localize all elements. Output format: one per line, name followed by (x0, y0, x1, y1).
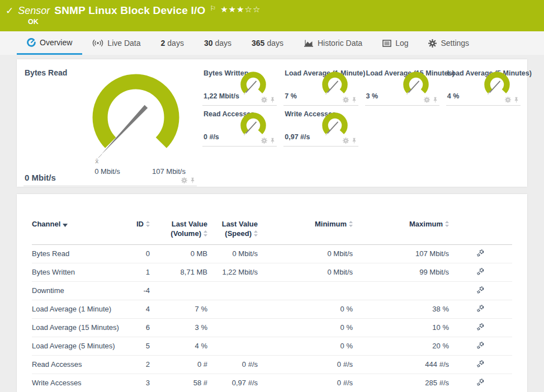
tab-label: days (267, 39, 283, 48)
edit-channel-gears-icon[interactable] (476, 378, 485, 386)
minimum-value: 0 % (258, 318, 353, 337)
edit-channel-gears-icon[interactable] (476, 341, 485, 350)
edit-channel-gears-icon[interactable] (476, 286, 485, 294)
gauge-pin-icon[interactable] (351, 138, 357, 144)
edit-channel-gears-icon[interactable] (476, 360, 485, 368)
table-row: Read Accesses 2 0 # 0 #/s 0 #/s 444 #/s (32, 355, 512, 374)
mini-gauge (482, 71, 512, 100)
last-value-speed (207, 337, 258, 355)
gauge-pin-icon[interactable] (190, 177, 196, 183)
priority-stars[interactable]: ★★★☆☆ (220, 4, 261, 15)
minimum-value (258, 281, 353, 300)
channel-table: Channel ID Last Value(Volume) Last Value… (32, 218, 512, 392)
primary-gauge-cell: Bytes Read x̄ 0 Mbit/s 107 Mbit/s 0 Mbit… (23, 65, 197, 186)
sort-icon (349, 220, 353, 230)
last-value-volume: 0 MB (150, 244, 207, 263)
mini-gauge-value: 0,97 #/s (285, 133, 310, 141)
mini-gauge-value: 1,22 Mbit/s (204, 92, 239, 100)
sort-icon (254, 230, 258, 239)
mini-gauge-cell: Load Average (5 Minutes) 4 % (446, 65, 521, 106)
column-header-channel[interactable]: Channel (32, 218, 121, 244)
tab-live-data[interactable]: Live Data (82, 31, 150, 55)
gauge-pin-icon[interactable] (269, 97, 276, 103)
minimum-value: 0 % (258, 337, 353, 355)
sort-icon (445, 220, 449, 230)
maximum-value: 99 Mbit/s (353, 263, 449, 281)
tab-overview[interactable]: Overview (17, 31, 82, 55)
mini-gauge-value: 7 % (285, 92, 297, 100)
sort-icon (146, 220, 150, 230)
channel-id: 5 (121, 337, 150, 355)
last-value-volume: 8,71 MB (150, 263, 207, 281)
minimum-value: 0 Mbit/s (258, 244, 353, 263)
gauge-scale-min: 0 Mbit/s (81, 167, 134, 176)
sensor-type-label: Sensor (18, 5, 50, 17)
channel-id: -4 (121, 281, 150, 300)
column-header-minimum[interactable]: Minimum (258, 218, 353, 244)
channel-name: Load Average (5 Minutes) (32, 337, 121, 355)
tab-log[interactable]: Log (372, 31, 418, 55)
last-value-speed: 0 Mbit/s (207, 244, 258, 263)
tab-label: Overview (40, 38, 72, 47)
gauges-panel: Bytes Read x̄ 0 Mbit/s 107 Mbit/s 0 Mbit… (17, 59, 527, 187)
gauge-settings-gear-icon[interactable] (343, 97, 349, 103)
mini-gauge-grid: Bytes Written 1,22 Mbit/s Load Average (… (202, 65, 521, 181)
column-header-last-value-speed[interactable]: Last Value(Speed) (207, 218, 258, 244)
tab-label: Log (395, 39, 408, 48)
column-header-id[interactable]: ID (121, 218, 150, 244)
table-row: Downtime -4 (32, 281, 512, 300)
edit-channel-gears-icon[interactable] (476, 304, 485, 313)
gauge-settings-gear-icon[interactable] (181, 177, 187, 183)
column-header-last-value-volume[interactable]: Last Value(Volume) (150, 218, 207, 244)
gauge-pin-icon[interactable] (269, 138, 276, 144)
gauge-scale-max: 107 Mbit/s (142, 167, 196, 176)
gauge-settings-gear-icon[interactable] (261, 97, 267, 103)
last-value-speed: 0,97 #/s (207, 374, 258, 392)
flag-icon[interactable]: ⚐ (210, 4, 216, 12)
gauge-settings-gear-icon[interactable] (424, 97, 430, 103)
channel-name: Bytes Written (32, 263, 121, 281)
table-row: Write Accesses 3 58 # 0,97 #/s 0 #/s 285… (32, 374, 512, 392)
mini-gauge-cell: Load Average (15 Minutes) 3 % (365, 65, 439, 106)
mini-gauge-value: 4 % (447, 92, 460, 100)
last-value-speed: 0 #/s (207, 355, 258, 374)
column-header-maximum[interactable]: Maximum (353, 218, 449, 244)
table-row: Bytes Read 0 0 MB 0 Mbit/s 0 Mbit/s 107 … (32, 244, 512, 263)
channel-id: 2 (121, 355, 150, 374)
mini-gauge (320, 71, 349, 100)
gauge-pin-icon[interactable] (351, 97, 357, 103)
tab-settings[interactable]: Settings (418, 31, 479, 55)
edit-channel-gears-icon[interactable] (476, 249, 485, 257)
tab-365-days[interactable]: 365days (242, 31, 294, 55)
channel-id: 4 (121, 300, 150, 318)
tab-number: 365 (252, 39, 264, 48)
sort-icon (204, 230, 207, 239)
tab-number: 2 (161, 39, 165, 48)
last-value-volume (150, 281, 207, 300)
tab-historic-data[interactable]: Historic Data (294, 31, 372, 55)
last-value-speed (207, 281, 258, 300)
minimum-value: 0 #/s (258, 374, 353, 392)
gauge-settings-gear-icon[interactable] (505, 97, 511, 103)
channel-id: 6 (121, 318, 150, 337)
maximum-value: 10 % (353, 318, 449, 337)
channel-name: Read Accesses (32, 355, 121, 374)
last-value-speed: 1,22 Mbit/s (207, 263, 258, 281)
gauge-settings-gear-icon[interactable] (343, 138, 349, 144)
edit-channel-gears-icon[interactable] (476, 323, 485, 331)
status-check-icon: ✓ (6, 5, 13, 17)
channel-name: Downtime (32, 281, 121, 300)
gauge-pin-icon[interactable] (432, 97, 438, 103)
edit-channel-gears-icon[interactable] (476, 267, 485, 276)
channel-name: Bytes Read (32, 244, 121, 263)
gauge-settings-gear-icon[interactable] (261, 138, 267, 144)
mini-gauge-cell: Write Accesses 0,97 #/s (283, 106, 358, 147)
tab-30-days[interactable]: 30days (194, 31, 242, 55)
tab-2-days[interactable]: 2days (151, 31, 194, 55)
last-value-volume: 0 # (150, 355, 207, 374)
sensor-title: SNMP Linux Block Device I/O (54, 4, 205, 17)
last-value-volume: 4 % (150, 337, 207, 355)
channel-table-panel: Channel ID Last Value(Volume) Last Value… (17, 194, 527, 392)
channel-name: Write Accesses (32, 374, 121, 392)
gauge-pin-icon[interactable] (513, 97, 519, 103)
